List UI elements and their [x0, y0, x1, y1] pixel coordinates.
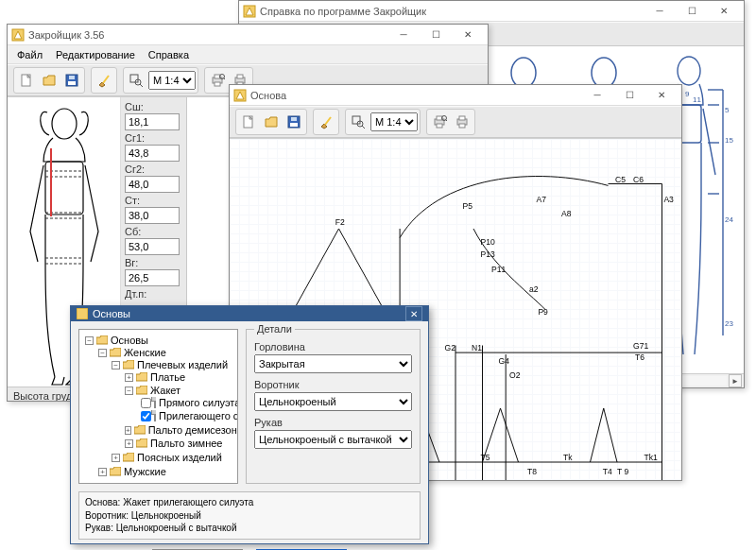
brush-icon[interactable] — [94, 70, 114, 91]
folder-open-icon — [96, 335, 108, 345]
meas-input-st[interactable] — [125, 207, 180, 224]
svg-text:P5: P5 — [463, 201, 473, 211]
svg-text:P9: P9 — [538, 307, 548, 317]
new-file-icon[interactable] — [16, 70, 37, 91]
print-preview-icon[interactable] — [429, 112, 450, 132]
collar-select[interactable]: Цельнокроеный — [254, 392, 412, 411]
pattern-titlebar[interactable]: Основа ─ ☐ ✕ — [230, 85, 681, 106]
svg-rect-16 — [130, 75, 138, 82]
tree-coat-demi[interactable]: Пальто демисезонное — [148, 424, 238, 436]
close-button[interactable]: ✕ — [645, 86, 678, 105]
neck-label: Горловина — [254, 341, 412, 352]
meas-label: Сг2: — [125, 163, 182, 175]
pattern-title: Основа — [250, 90, 581, 101]
dialog-buttons: Выбрать Отменить — [71, 540, 428, 551]
app-icon — [11, 28, 25, 42]
meas-input-sg1[interactable] — [125, 145, 180, 162]
scale-select[interactable]: M 1:4 — [148, 71, 196, 90]
menubar[interactable]: Файл Редактирование Справка — [8, 45, 488, 64]
scroll-right-icon[interactable]: ► — [729, 374, 742, 387]
svg-rect-33 — [290, 123, 298, 127]
main-titlebar[interactable]: Закройщик 3.56 ─ ☐ ✕ — [8, 25, 488, 45]
minimize-button[interactable]: ─ — [581, 86, 613, 105]
main-title: Закройщик 3.56 — [28, 29, 387, 41]
neck-select[interactable]: Закрытая — [254, 354, 412, 373]
meas-input-sg2[interactable] — [125, 176, 180, 193]
print-icon[interactable] — [452, 112, 472, 132]
svg-text:P13: P13 — [481, 249, 495, 259]
menu-edit[interactable]: Редактирование — [50, 47, 141, 62]
svg-text:F2: F2 — [335, 217, 345, 227]
meas-input-sb[interactable] — [125, 238, 180, 255]
brush-icon[interactable] — [316, 112, 336, 132]
svg-text:C6: C6 — [633, 175, 644, 184]
tree-root[interactable]: Основы — [111, 335, 148, 346]
tree-jacket[interactable]: Жакет — [150, 385, 180, 396]
tree-coat-winter[interactable]: Пальто зимнее — [150, 438, 222, 449]
details-legend: Детали — [254, 323, 295, 335]
close-button[interactable]: ✕ — [452, 26, 484, 44]
svg-line-15 — [103, 76, 109, 83]
svg-point-27 — [52, 109, 77, 139]
app-icon — [243, 5, 256, 18]
svg-text:Tk: Tk — [563, 453, 573, 462]
tree-fitted[interactable]: Прилегающего силуэта — [159, 410, 238, 421]
tree-check-fitted[interactable] — [141, 411, 151, 421]
svg-text:P10: P10 — [481, 237, 495, 247]
open-file-icon[interactable] — [261, 112, 282, 132]
meas-label: Вг: — [125, 257, 182, 268]
svg-rect-36 — [352, 116, 360, 124]
tree-waist[interactable]: Поясных изделий — [137, 452, 222, 463]
sleeve-select[interactable]: Цельнокроеный с вытачкой — [254, 430, 412, 449]
tree-dress[interactable]: Платье — [150, 371, 185, 383]
info-line: Основа: Жакет прилегающего силуэта — [85, 496, 414, 509]
dialog-info: Основа: Жакет прилегающего силуэта Ворот… — [78, 491, 421, 540]
tree-male[interactable]: Мужские — [124, 466, 166, 477]
menu-file[interactable]: Файл — [11, 47, 48, 62]
print-preview-icon[interactable] — [207, 70, 228, 91]
osnovy-dialog: Основы ✕ − Основы − Женские − — [70, 305, 429, 544]
measure-label: 23 — [725, 319, 733, 328]
new-file-icon[interactable] — [238, 112, 259, 132]
measure-label: 9 — [685, 90, 690, 98]
close-button[interactable]: ✕ — [708, 2, 740, 21]
svg-text:Tk1: Tk1 — [644, 453, 658, 462]
save-file-icon[interactable] — [61, 70, 82, 91]
svg-text:A8: A8 — [561, 209, 572, 218]
meas-input-vg[interactable] — [125, 269, 180, 286]
svg-line-43 — [446, 120, 448, 122]
minimize-button[interactable]: ─ — [387, 26, 420, 44]
tree-female[interactable]: Женские — [124, 347, 166, 358]
document-icon — [154, 410, 156, 421]
svg-text:G2: G2 — [445, 343, 456, 352]
meas-label: Сг1: — [125, 132, 182, 144]
zoom-region-icon[interactable] — [126, 70, 146, 91]
svg-text:A7: A7 — [537, 195, 547, 204]
svg-text:P11: P11 — [491, 265, 506, 274]
scale-select[interactable]: M 1:4 — [370, 112, 418, 131]
dialog-titlebar[interactable]: Основы ✕ — [71, 306, 428, 321]
collar-label: Воротник — [254, 379, 412, 390]
save-file-icon[interactable] — [284, 112, 304, 132]
meas-input-ssh[interactable] — [125, 113, 180, 130]
tree-shoulder[interactable]: Плечевых изделий — [137, 359, 228, 370]
svg-text:C5: C5 — [615, 175, 626, 184]
close-button[interactable]: ✕ — [405, 306, 422, 321]
maximize-button[interactable]: ☐ — [613, 86, 645, 105]
menu-help[interactable]: Справка — [143, 47, 195, 62]
svg-text:O2: O2 — [509, 370, 521, 380]
tree-view[interactable]: − Основы − Женские − Плечевых изделий — [78, 329, 238, 484]
details-group: Детали Горловина Закрытая Воротник Цельн… — [246, 329, 421, 484]
tree-straight[interactable]: Прямого силуэта — [159, 397, 238, 408]
maximize-button[interactable]: ☐ — [420, 26, 452, 44]
open-file-icon[interactable] — [39, 70, 60, 91]
maximize-button[interactable]: ☐ — [676, 2, 708, 21]
svg-line-18 — [140, 84, 143, 87]
folder-icon — [123, 453, 134, 462]
svg-rect-46 — [459, 124, 465, 128]
help-titlebar[interactable]: Справка по программе Закройщик ─ ☐ ✕ — [239, 1, 744, 22]
zoom-region-icon[interactable] — [348, 112, 369, 132]
svg-rect-41 — [437, 124, 442, 128]
minimize-button[interactable]: ─ — [644, 2, 676, 21]
tree-check-straight[interactable] — [141, 398, 151, 408]
